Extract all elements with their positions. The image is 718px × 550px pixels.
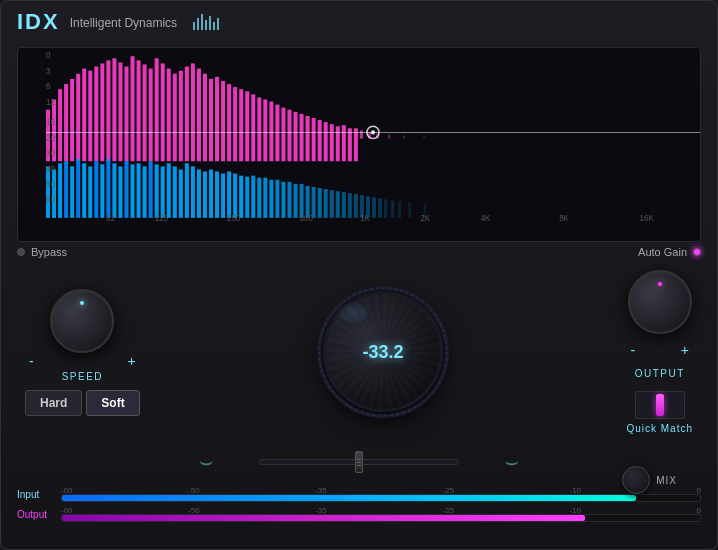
logo-area: Intelligent Dynamics xyxy=(70,13,177,31)
svg-rect-52 xyxy=(360,130,363,138)
svg-rect-14 xyxy=(131,56,135,161)
svg-rect-3 xyxy=(64,84,68,161)
output-knob[interactable] xyxy=(628,270,692,334)
logo-waveform xyxy=(193,14,219,30)
spectrum-display: 0 3 6 12 18 20 30 40 50 60 62 125 250 50… xyxy=(17,47,701,242)
svg-rect-2 xyxy=(58,89,62,161)
svg-rect-9 xyxy=(100,63,104,161)
svg-rect-70 xyxy=(112,163,116,218)
svg-rect-16 xyxy=(143,64,147,161)
svg-rect-86 xyxy=(209,169,213,217)
svg-rect-27 xyxy=(209,79,213,161)
svg-rect-4 xyxy=(70,79,74,161)
output-label: Output xyxy=(17,509,53,520)
bypass-toggle[interactable]: Bypass xyxy=(17,246,67,258)
svg-rect-69 xyxy=(106,159,110,218)
svg-rect-74 xyxy=(137,163,141,218)
quick-match-slider[interactable] xyxy=(635,391,685,419)
soft-button[interactable]: Soft xyxy=(86,390,139,416)
speed-plus[interactable]: + xyxy=(127,353,135,369)
svg-rect-115 xyxy=(384,199,387,218)
output-meter: -60 -50 -35 -25 -10 0 xyxy=(61,506,701,522)
svg-rect-104 xyxy=(318,188,322,218)
svg-rect-12 xyxy=(118,62,122,161)
svg-rect-107 xyxy=(336,191,340,218)
output-meter-bg xyxy=(61,514,701,522)
output-meter-fill xyxy=(62,515,585,521)
transient-handle[interactable] xyxy=(355,451,363,473)
svg-rect-71 xyxy=(118,166,122,217)
input-meter-bg xyxy=(61,494,701,502)
svg-rect-61 xyxy=(58,163,62,218)
svg-rect-47 xyxy=(330,124,334,161)
svg-text:125: 125 xyxy=(155,214,169,223)
svg-rect-65 xyxy=(82,163,86,218)
main-knob[interactable]: -33.2 xyxy=(323,292,443,412)
svg-rect-96 xyxy=(269,180,273,218)
svg-rect-88 xyxy=(221,174,225,218)
svg-rect-40 xyxy=(287,110,291,161)
svg-rect-11 xyxy=(112,58,116,161)
output-minus[interactable]: - xyxy=(630,342,635,358)
plugin-container: IDX Intelligent Dynamics xyxy=(0,0,718,550)
transient-slider[interactable] xyxy=(259,450,459,474)
bypass-label: Bypass xyxy=(31,246,67,258)
svg-text:12: 12 xyxy=(46,98,55,107)
meters-section: Input -60 -50 -35 -25 -10 0 Output xyxy=(17,486,701,522)
output-indicator xyxy=(658,282,662,286)
svg-rect-76 xyxy=(149,161,153,218)
output-label: OUTPUT xyxy=(635,368,685,379)
svg-rect-13 xyxy=(124,67,128,162)
svg-rect-89 xyxy=(227,172,231,218)
svg-rect-7 xyxy=(88,71,92,162)
svg-rect-22 xyxy=(179,71,183,162)
plugin-name: IDX xyxy=(17,9,60,35)
svg-rect-91 xyxy=(239,176,243,218)
svg-text:8K: 8K xyxy=(559,214,569,223)
svg-rect-99 xyxy=(287,182,291,218)
svg-rect-108 xyxy=(342,192,346,218)
svg-rect-98 xyxy=(281,182,285,218)
svg-rect-63 xyxy=(70,166,74,217)
svg-rect-81 xyxy=(179,169,183,217)
speed-knob[interactable] xyxy=(50,289,114,353)
svg-rect-72 xyxy=(124,161,128,218)
transient-row: ⌣ ⌣ xyxy=(25,442,693,482)
svg-rect-110 xyxy=(354,194,358,218)
svg-rect-25 xyxy=(197,69,201,162)
main-control: -33.2 xyxy=(323,292,443,412)
bypass-led xyxy=(17,248,25,256)
svg-rect-90 xyxy=(233,174,237,218)
autogain-toggle[interactable]: Auto Gain xyxy=(638,246,701,258)
svg-rect-29 xyxy=(221,81,225,161)
svg-rect-33 xyxy=(245,91,249,161)
svg-text:60: 60 xyxy=(46,195,55,204)
speed-minus[interactable]: - xyxy=(29,353,34,369)
svg-rect-75 xyxy=(143,166,147,217)
svg-rect-60 xyxy=(52,169,56,217)
svg-rect-79 xyxy=(167,163,171,218)
quick-match-handle xyxy=(656,394,664,416)
svg-rect-50 xyxy=(348,128,352,161)
mix-control: MIX xyxy=(622,466,677,494)
hard-button[interactable]: Hard xyxy=(25,390,82,416)
svg-rect-117 xyxy=(398,201,401,217)
svg-rect-48 xyxy=(336,126,340,161)
svg-point-139 xyxy=(319,288,447,416)
svg-rect-19 xyxy=(161,63,165,161)
svg-rect-80 xyxy=(173,166,177,217)
svg-rect-45 xyxy=(318,120,322,161)
quick-match-label: Quick Match xyxy=(626,423,693,434)
output-meter-row: Output -60 -50 -35 -25 -10 0 xyxy=(17,506,701,522)
mix-knob[interactable] xyxy=(622,466,650,494)
quick-match: Quick Match xyxy=(626,391,693,434)
svg-rect-97 xyxy=(275,180,279,218)
input-meter-fill xyxy=(62,495,636,501)
svg-rect-59 xyxy=(46,166,50,217)
svg-text:3: 3 xyxy=(46,67,51,76)
output-plus[interactable]: + xyxy=(681,342,689,358)
svg-rect-118 xyxy=(408,202,411,217)
svg-rect-78 xyxy=(161,166,165,217)
svg-rect-21 xyxy=(173,74,177,162)
svg-rect-46 xyxy=(324,122,328,161)
